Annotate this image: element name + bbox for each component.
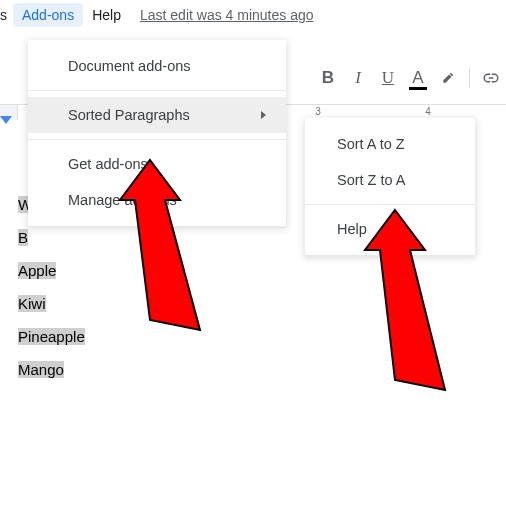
italic-button[interactable]: I (343, 63, 373, 93)
underline-button[interactable]: U (373, 63, 403, 93)
highlighter-icon (441, 71, 455, 85)
menu-document-addons[interactable]: Document add-ons (28, 48, 286, 84)
addons-dropdown: Document add-ons Sorted Paragraphs Get a… (28, 40, 286, 226)
link-icon (482, 69, 500, 87)
format-toolbar: B I U A (313, 60, 506, 96)
sorted-paragraphs-submenu: Sort A to Z Sort Z to A Help (305, 118, 475, 255)
doc-text: Pineapple (18, 328, 85, 345)
submenu-help[interactable]: Help (305, 211, 475, 247)
menubar-item-help[interactable]: Help (83, 3, 130, 27)
chevron-right-icon (261, 111, 266, 119)
indent-marker-icon[interactable] (0, 116, 12, 124)
ruler-mark-3: 3 (315, 106, 321, 117)
menu-label: Manage add-ons (68, 192, 177, 208)
text-color-button[interactable]: A (403, 63, 433, 93)
ruler-mark-4: 4 (425, 106, 431, 117)
last-edit-link[interactable]: Last edit was 4 minutes ago (140, 7, 314, 23)
doc-text: Mango (18, 361, 64, 378)
doc-text: Kiwi (18, 295, 46, 312)
menu-separator (28, 139, 286, 140)
menu-separator (28, 90, 286, 91)
submenu-sort-za[interactable]: Sort Z to A (305, 162, 475, 198)
menu-get-addons[interactable]: Get add-ons (28, 146, 286, 182)
menu-separator (305, 204, 475, 205)
toolbar-separator (469, 68, 470, 88)
menu-manage-addons[interactable]: Manage add-ons (28, 182, 286, 218)
bold-button[interactable]: B (313, 63, 343, 93)
menu-label: Sorted Paragraphs (68, 107, 190, 123)
doc-text: Apple (18, 262, 56, 279)
menubar: s Add-ons Help Last edit was 4 minutes a… (0, 0, 506, 30)
menu-label: Document add-ons (68, 58, 191, 74)
menubar-item-cut[interactable]: s (0, 3, 13, 27)
doc-text: B (18, 229, 28, 246)
insert-link-button[interactable] (476, 63, 506, 93)
menubar-item-addons[interactable]: Add-ons (13, 3, 83, 27)
menu-sorted-paragraphs[interactable]: Sorted Paragraphs (28, 97, 286, 133)
highlight-button[interactable] (433, 63, 463, 93)
submenu-sort-az[interactable]: Sort A to Z (305, 126, 475, 162)
menu-label: Get add-ons (68, 156, 148, 172)
